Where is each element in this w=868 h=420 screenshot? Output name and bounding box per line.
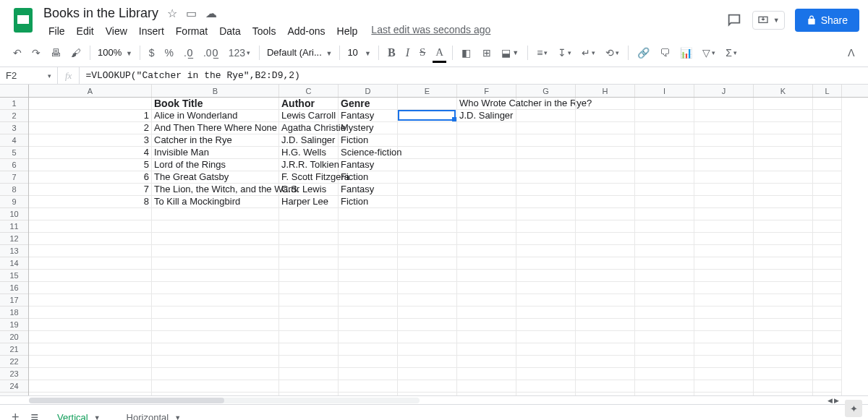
cell[interactable] — [813, 159, 842, 171]
bold-icon[interactable]: B — [383, 43, 400, 63]
cell[interactable] — [635, 356, 694, 368]
cell[interactable] — [339, 356, 398, 368]
cell[interactable] — [813, 356, 842, 368]
cell[interactable] — [694, 220, 754, 233]
menu-edit[interactable]: Edit — [72, 24, 99, 38]
cell[interactable]: Fantasy — [339, 159, 398, 171]
cell[interactable] — [279, 331, 339, 343]
cell[interactable] — [339, 343, 398, 356]
cell[interactable] — [516, 270, 576, 282]
cell[interactable] — [279, 257, 339, 270]
cell[interactable] — [754, 184, 813, 196]
cell[interactable] — [457, 356, 516, 368]
row-header[interactable]: 18 — [0, 307, 28, 319]
cell[interactable] — [398, 159, 457, 171]
add-sheet-button[interactable]: + — [9, 407, 22, 420]
cell[interactable] — [398, 245, 457, 257]
cell[interactable] — [754, 307, 813, 319]
row-header[interactable]: 24 — [0, 380, 28, 393]
cell[interactable]: J.D. Salinger — [457, 110, 516, 122]
cell[interactable]: The Great Gatsby — [152, 171, 279, 184]
cell[interactable] — [152, 319, 279, 331]
cell[interactable] — [29, 245, 152, 257]
cell[interactable]: 7 — [29, 184, 152, 196]
cell[interactable] — [457, 319, 516, 331]
cell[interactable] — [457, 147, 516, 159]
cell[interactable] — [516, 208, 576, 220]
cell[interactable]: Fantasy — [339, 110, 398, 122]
cell[interactable] — [694, 110, 754, 122]
cell[interactable]: Genre — [339, 98, 398, 110]
col-header[interactable]: C — [279, 85, 339, 97]
cell[interactable] — [152, 307, 279, 319]
cell[interactable]: 4 — [29, 147, 152, 159]
filter-icon[interactable]: ▽ ▾ — [698, 43, 720, 62]
cell[interactable] — [576, 331, 635, 343]
all-sheets-button[interactable]: ≡ — [28, 407, 42, 420]
cell[interactable]: H.G. Wells — [279, 147, 339, 159]
cell[interactable] — [813, 270, 842, 282]
v-align-icon[interactable]: ↧ ▾ — [553, 43, 576, 62]
cell[interactable] — [635, 171, 694, 184]
star-icon[interactable]: ☆ — [167, 7, 177, 20]
cell[interactable] — [813, 208, 842, 220]
cell[interactable] — [635, 368, 694, 380]
col-header[interactable]: H — [576, 85, 635, 97]
cell[interactable] — [576, 356, 635, 368]
row-header[interactable]: 16 — [0, 282, 28, 294]
cell[interactable] — [754, 270, 813, 282]
row-header[interactable]: 8 — [0, 184, 28, 196]
cell[interactable] — [457, 380, 516, 393]
sheet-tab-vertical[interactable]: Vertical ▼ — [47, 408, 111, 420]
cell[interactable] — [29, 233, 152, 245]
cell[interactable] — [813, 393, 842, 395]
cell[interactable] — [457, 282, 516, 294]
cell[interactable] — [813, 331, 842, 343]
cell[interactable] — [339, 282, 398, 294]
decrease-decimal-icon[interactable]: .0̲ — [179, 43, 197, 62]
cell[interactable]: 2 — [29, 122, 152, 134]
comments-icon[interactable] — [726, 12, 742, 28]
cells-area[interactable]: Book TitleAuthorGenreWho Wrote Catcher i… — [29, 98, 868, 395]
cell[interactable] — [694, 282, 754, 294]
cell[interactable] — [152, 294, 279, 307]
cell[interactable]: Author — [279, 98, 339, 110]
cell[interactable] — [635, 98, 694, 110]
cell[interactable] — [516, 343, 576, 356]
menu-format[interactable]: Format — [171, 24, 213, 38]
cell[interactable] — [754, 110, 813, 122]
cell[interactable] — [516, 356, 576, 368]
cell[interactable]: Lord of the Rings — [152, 159, 279, 171]
col-header[interactable]: F — [457, 85, 516, 97]
menu-view[interactable]: View — [101, 24, 132, 38]
chart-icon[interactable]: 📊 — [676, 43, 697, 62]
cell[interactable] — [279, 294, 339, 307]
cell[interactable] — [457, 343, 516, 356]
cell[interactable] — [457, 122, 516, 134]
cell[interactable] — [576, 208, 635, 220]
cell[interactable] — [694, 257, 754, 270]
cell[interactable]: Lewis Carroll — [279, 110, 339, 122]
cell[interactable] — [516, 196, 576, 208]
cell[interactable] — [398, 171, 457, 184]
cell[interactable]: J.D. Salinger — [279, 134, 339, 147]
row-header[interactable]: 11 — [0, 220, 28, 233]
cell[interactable] — [398, 319, 457, 331]
cell[interactable] — [813, 171, 842, 184]
cell[interactable] — [635, 196, 694, 208]
cell[interactable] — [694, 171, 754, 184]
cell[interactable] — [516, 368, 576, 380]
cell[interactable] — [516, 122, 576, 134]
row-header[interactable]: 12 — [0, 233, 28, 245]
cell[interactable] — [279, 233, 339, 245]
cell[interactable] — [635, 220, 694, 233]
cell[interactable] — [694, 196, 754, 208]
cell[interactable] — [635, 233, 694, 245]
row-header[interactable]: 14 — [0, 257, 28, 270]
cell[interactable] — [754, 220, 813, 233]
cell[interactable] — [694, 233, 754, 245]
cell[interactable] — [279, 208, 339, 220]
cell[interactable]: Alice in Wonderland — [152, 110, 279, 122]
cell[interactable] — [813, 282, 842, 294]
cell[interactable] — [398, 220, 457, 233]
